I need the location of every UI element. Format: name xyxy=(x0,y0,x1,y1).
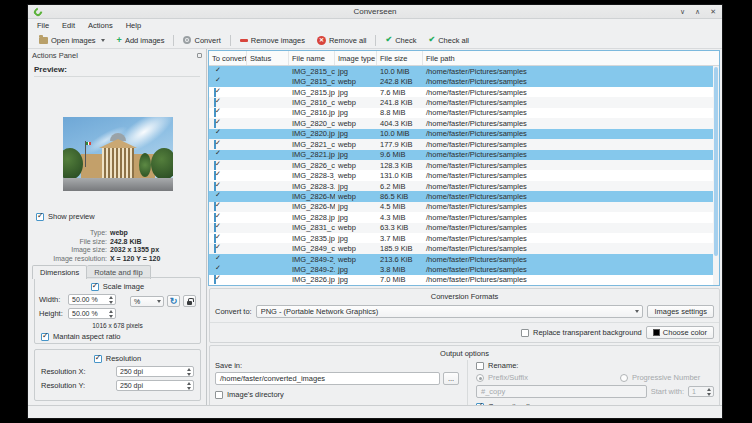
open-images-button[interactable]: Open images xyxy=(33,34,111,47)
table-row[interactable]: IMG_2815_c…jpg10.0 MiB/home/faster/Pictu… xyxy=(209,66,719,76)
header-image-type[interactable]: Image type xyxy=(335,51,377,65)
header-file-name[interactable]: File name xyxy=(289,51,335,65)
check-all-button[interactable]: ✔ Check all xyxy=(422,34,475,47)
row-checkbox[interactable] xyxy=(214,223,216,232)
resolution-x-stepper[interactable]: 250 dpi xyxy=(116,366,194,377)
save-path-input[interactable]: /home/faster/converted_images xyxy=(215,372,440,385)
row-checkbox[interactable] xyxy=(214,182,216,191)
tab-dimensions[interactable]: Dimensions xyxy=(32,265,87,279)
rename-checkbox[interactable]: Rename: xyxy=(476,361,714,370)
file-path-cell: /home/faster/Pictures/samples xyxy=(423,171,719,180)
image-type-cell: jpg xyxy=(335,150,377,159)
header-status[interactable]: Status xyxy=(247,51,289,65)
resolution-y-stepper[interactable]: 250 dpi xyxy=(116,380,194,391)
menu-edit[interactable]: Edit xyxy=(62,21,75,30)
maximize-icon[interactable]: ∧ xyxy=(695,5,700,19)
prefix-suffix-radio[interactable]: Prefix/Suffix xyxy=(476,373,528,382)
file-size-cell: 241.8 KiB xyxy=(377,98,423,107)
table-row[interactable]: IMG_2828-3_…webp131.0 KiB/home/faster/Pi… xyxy=(209,170,719,180)
checkbox-icon xyxy=(215,391,223,399)
unit-dropdown[interactable]: % xyxy=(130,296,164,307)
table-row[interactable]: IMG_2816.jpgjpg8.8 MiB/home/faster/Pictu… xyxy=(209,108,719,118)
show-preview-checkbox[interactable]: Show preview xyxy=(36,212,95,221)
header-to-convert[interactable]: To convert xyxy=(209,51,247,65)
actions-panel-header[interactable]: Actions Panel xyxy=(28,49,206,62)
table-row[interactable]: IMG_2826-M…jpg4.5 MiB/home/faster/Pictur… xyxy=(209,202,719,212)
row-checkbox[interactable] xyxy=(214,275,216,284)
table-row[interactable]: IMG_2828.jpgjpg4.3 MiB/home/faster/Pictu… xyxy=(209,212,719,222)
menu-actions[interactable]: Actions xyxy=(88,21,113,30)
table-row[interactable]: IMG_2826_c…webp128.3 KiB/home/faster/Pic… xyxy=(209,160,719,170)
replace-background-checkbox[interactable] xyxy=(521,329,529,337)
table-row[interactable]: IMG_2826.jpgjpg7.0 MiB/home/faster/Pictu… xyxy=(209,275,719,285)
table-row[interactable]: IMG_2826-M…webp86.5 KiB/home/faster/Pict… xyxy=(209,191,719,201)
float-panel-icon[interactable] xyxy=(197,53,202,58)
row-checkbox[interactable] xyxy=(214,192,216,201)
title-bar[interactable]: Converseen ∨ ∧ ✕ xyxy=(28,5,722,19)
check-button[interactable]: ✔ Check xyxy=(379,34,422,47)
row-checkbox[interactable] xyxy=(214,88,216,97)
table-row[interactable]: IMG_2820.jpgjpg10.0 MiB/home/faster/Pict… xyxy=(209,129,719,139)
height-stepper[interactable]: 50.00 % xyxy=(68,308,116,319)
scale-image-checkbox[interactable]: Scale image xyxy=(35,282,200,291)
close-icon[interactable]: ✕ xyxy=(710,5,716,19)
table-row[interactable]: IMG_2815_c…webp242.8 KiB/home/faster/Pic… xyxy=(209,76,719,86)
reset-size-button[interactable]: ↻ xyxy=(167,295,180,307)
lock-ratio-button[interactable] xyxy=(183,295,196,307)
width-stepper[interactable]: 50.00 % xyxy=(68,294,116,305)
table-row[interactable]: IMG_2820_c…webp404.3 KiB/home/faster/Pic… xyxy=(209,118,719,128)
row-checkbox[interactable] xyxy=(214,129,216,138)
row-checkbox[interactable] xyxy=(214,202,216,211)
resolution-checkbox[interactable]: Resolution xyxy=(35,354,200,363)
row-checkbox[interactable] xyxy=(214,77,216,86)
table-row[interactable]: IMG_2849_c…webp185.9 KiB/home/faster/Pic… xyxy=(209,243,719,253)
convert-button[interactable]: Convert xyxy=(177,34,226,47)
scrollbar-thumb[interactable] xyxy=(714,67,718,256)
row-checkbox[interactable] xyxy=(214,213,216,222)
row-checkbox[interactable] xyxy=(214,108,216,117)
file-table: To convert Status File name Image type F… xyxy=(208,50,720,286)
start-with-stepper[interactable]: 1 xyxy=(688,386,714,397)
convert-to-label: Convert to: xyxy=(215,307,252,316)
width-label: Width: xyxy=(39,295,65,304)
rename-pattern-input[interactable]: #_copy xyxy=(476,385,647,398)
row-checkbox[interactable] xyxy=(214,150,216,159)
table-row[interactable]: IMG_2828-3.j…jpg6.2 MiB/home/faster/Pict… xyxy=(209,181,719,191)
add-images-button[interactable]: + Add images xyxy=(111,34,171,47)
row-checkbox[interactable] xyxy=(214,161,216,170)
image-type-cell: webp xyxy=(335,255,377,264)
header-file-path[interactable]: File path xyxy=(423,51,719,65)
row-checkbox[interactable] xyxy=(214,244,216,253)
row-checkbox[interactable] xyxy=(214,119,216,128)
table-scrollbar[interactable] xyxy=(713,66,719,285)
file-name-cell: IMG_2849_c… xyxy=(289,244,335,253)
table-row[interactable]: IMG_2816_c…webp241.8 KiB/home/faster/Pic… xyxy=(209,97,719,107)
progressive-number-radio[interactable]: Progressive Number xyxy=(620,373,700,382)
remove-all-button[interactable]: ✕ Remove all xyxy=(311,34,373,47)
row-checkbox[interactable] xyxy=(214,234,216,243)
maintain-aspect-checkbox[interactable]: Mantain aspect ratio xyxy=(41,332,200,341)
format-dropdown[interactable]: PNG - (Portable Network Graphics) xyxy=(256,305,644,318)
remove-images-button[interactable]: Remove images xyxy=(234,34,311,47)
row-checkbox[interactable] xyxy=(214,265,216,274)
row-checkbox[interactable] xyxy=(214,255,216,264)
table-row[interactable]: IMG_2849-2.j…jpg3.8 MiB/home/faster/Pict… xyxy=(209,264,719,274)
images-directory-checkbox[interactable]: Image's directory xyxy=(215,390,459,399)
header-file-size[interactable]: File size xyxy=(377,51,423,65)
menu-help[interactable]: Help xyxy=(126,21,141,30)
choose-color-button[interactable]: Choose color xyxy=(646,326,714,339)
browse-button[interactable]: ... xyxy=(443,372,459,385)
table-row[interactable]: IMG_2831_c…webp63.3 KiB/home/faster/Pict… xyxy=(209,223,719,233)
table-row[interactable]: IMG_2821_c…webp177.9 KiB/home/faster/Pic… xyxy=(209,139,719,149)
row-checkbox[interactable] xyxy=(214,98,216,107)
images-settings-button[interactable]: Images settings xyxy=(647,305,714,318)
table-row[interactable]: IMG_2849-2_…webp213.6 KiB/home/faster/Pi… xyxy=(209,254,719,264)
row-checkbox[interactable] xyxy=(214,140,216,149)
minimize-icon[interactable]: ∨ xyxy=(680,5,685,19)
table-row[interactable]: IMG_2815.jpgjpg7.6 MiB/home/faster/Pictu… xyxy=(209,87,719,97)
row-checkbox[interactable] xyxy=(214,67,216,76)
table-row[interactable]: IMG_2821.jpgjpg9.6 MiB/home/faster/Pictu… xyxy=(209,150,719,160)
menu-file[interactable]: File xyxy=(37,21,49,30)
row-checkbox[interactable] xyxy=(214,171,216,180)
table-row[interactable]: IMG_2835.jpgjpg3.7 MiB/home/faster/Pictu… xyxy=(209,233,719,243)
